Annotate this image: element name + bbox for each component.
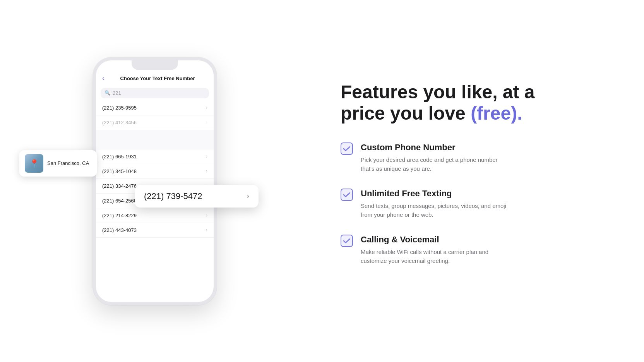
phone-number: (221) 345-1048	[102, 168, 137, 174]
feature-title: Unlimited Free Texting	[361, 189, 598, 199]
checkbox-icon	[341, 142, 353, 155]
search-icon: 🔍	[104, 90, 110, 96]
feature-content: Unlimited Free Texting Send texts, group…	[361, 189, 598, 219]
highlighted-phone-number: (221) 739-5472	[144, 191, 202, 201]
feature-description: Pick your desired area code and get a ph…	[361, 156, 508, 173]
list-item[interactable]: (221) 412-3456 ›	[96, 115, 214, 130]
search-bar[interactable]: 🔍 221	[101, 88, 209, 98]
phone-screen: ‹ Choose Your Text Free Number 🔍 221 (22…	[96, 60, 214, 302]
phone-section: 📍 San Francisco, CA ‹ Choose Your Text F…	[31, 34, 279, 328]
phone-number: (221) 412-3456	[102, 120, 137, 125]
list-item[interactable]: (221) 443-4073 ›	[96, 223, 214, 238]
feature-calling-voicemail: Calling & Voicemail Make reliable WiFi c…	[341, 235, 598, 265]
svg-rect-2	[341, 235, 353, 247]
location-thumbnail: 📍	[25, 154, 43, 173]
highlighted-chevron-icon: ›	[247, 192, 249, 200]
checkbox-icon	[341, 235, 353, 247]
feature-unlimited-texting: Unlimited Free Texting Send texts, group…	[341, 189, 598, 219]
feature-content: Calling & Voicemail Make reliable WiFi c…	[361, 235, 598, 265]
headline-free: (free).	[471, 103, 522, 124]
list-item[interactable]: (221) 235-9595 ›	[96, 101, 214, 115]
feature-description: Send texts, group messages, pictures, vi…	[361, 202, 508, 219]
chevron-right-icon: ›	[206, 168, 207, 174]
location-pin-icon: 📍	[29, 159, 39, 168]
phone-number: (221) 235-9595	[102, 105, 137, 111]
phone-frame: ‹ Choose Your Text Free Number 🔍 221 (22…	[93, 57, 217, 305]
phone-number: (221) 665-1931	[102, 154, 137, 160]
chevron-right-icon: ›	[206, 227, 207, 233]
list-item[interactable]: (221) 345-1048 ›	[96, 164, 214, 179]
phone-notch	[132, 60, 178, 70]
list-item[interactable]: (221) 214-8229 ›	[96, 208, 214, 223]
location-popup: 📍 San Francisco, CA	[19, 150, 97, 177]
svg-rect-0	[341, 143, 353, 154]
chevron-right-icon: ›	[206, 213, 207, 218]
phone-number: (221) 654-2566	[102, 198, 137, 204]
features-section: Features you like, at a price you love (…	[310, 66, 613, 296]
feature-content: Custom Phone Number Pick your desired ar…	[361, 142, 598, 173]
feature-description: Make reliable WiFi calls without a carri…	[361, 248, 508, 265]
phone-number: (221) 214-8229	[102, 213, 137, 218]
list-item[interactable]: (221) 665-1931 ›	[96, 149, 214, 164]
feature-title: Custom Phone Number	[361, 142, 598, 153]
list-item[interactable]	[96, 130, 214, 149]
feature-title: Calling & Voicemail	[361, 235, 598, 245]
chevron-right-icon: ›	[206, 154, 207, 159]
back-button[interactable]: ‹	[102, 74, 104, 82]
phone-number: (221) 443-4073	[102, 227, 137, 233]
headline-line2: price you love (free).	[341, 103, 598, 124]
highlighted-number-popup[interactable]: (221) 739-5472 ›	[135, 185, 259, 208]
chevron-right-icon: ›	[206, 105, 207, 110]
page-container: 📍 San Francisco, CA ‹ Choose Your Text F…	[0, 0, 644, 362]
chevron-right-icon: ›	[206, 120, 207, 125]
svg-rect-1	[341, 189, 353, 201]
phone-number: (221) 334-2476	[102, 183, 137, 189]
navbar-title: Choose Your Text Free Number	[108, 75, 207, 81]
search-input-value: 221	[113, 90, 121, 96]
location-text: San Francisco, CA	[47, 160, 89, 166]
checkbox-icon	[341, 189, 353, 201]
feature-custom-phone: Custom Phone Number Pick your desired ar…	[341, 142, 598, 173]
features-headline: Features you like, at a price you love (…	[341, 81, 598, 124]
headline-line1: Features you like, at a	[341, 81, 598, 103]
